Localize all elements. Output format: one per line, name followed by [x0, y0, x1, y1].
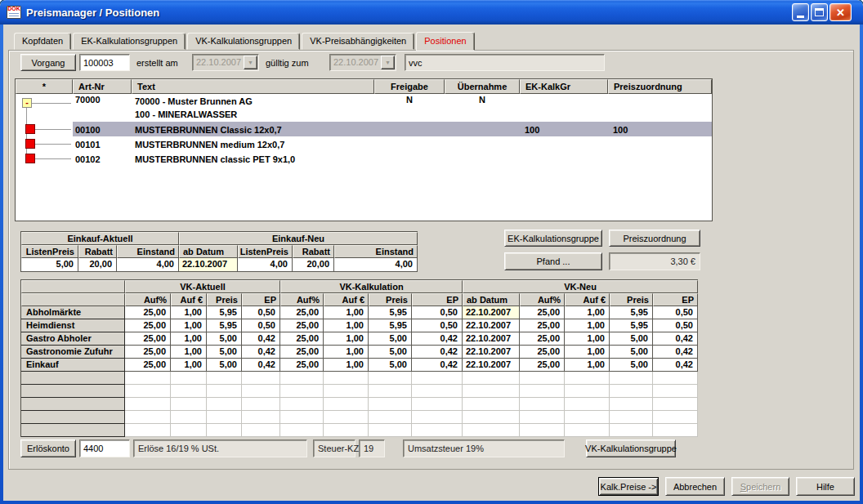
- vk-cell[interactable]: 5,00: [207, 359, 242, 372]
- tab-ek-kalkulationsgruppen[interactable]: EK-Kalkulationsgruppen: [73, 33, 186, 50]
- vk-cell[interactable]: 5,00: [369, 359, 412, 372]
- positions-column-header[interactable]: Preiszuordnung: [608, 79, 712, 94]
- tree-expander-icon[interactable]: -: [22, 98, 32, 108]
- vk-cell[interactable]: [171, 385, 207, 398]
- vk-cell[interactable]: [171, 398, 207, 411]
- vk-cell[interactable]: [610, 411, 653, 424]
- vk-cell[interactable]: [653, 398, 698, 411]
- vk-cell[interactable]: [125, 424, 171, 437]
- vk-ab-datum-cell[interactable]: 22.10.2007: [463, 306, 520, 319]
- vk-cell[interactable]: [324, 372, 369, 385]
- vk-cell[interactable]: 1,00: [565, 359, 610, 372]
- einkauf-value-cell[interactable]: 4,00: [334, 258, 418, 272]
- preiszuordnung-button[interactable]: Preiszuordnung: [609, 230, 700, 247]
- vk-cell[interactable]: [520, 385, 565, 398]
- einkauf-ab-datum-cell[interactable]: 22.10.2007: [179, 258, 238, 272]
- erstellt-am-date-select[interactable]: 22.10.2007 ▼: [192, 54, 259, 71]
- chevron-down-icon[interactable]: ▼: [244, 56, 257, 69]
- vk-cell[interactable]: 0,42: [242, 332, 280, 346]
- vk-cell[interactable]: 1,00: [324, 306, 369, 319]
- vk-cell[interactable]: 5,95: [610, 319, 653, 332]
- vk-cell[interactable]: [653, 411, 698, 424]
- vk-cell[interactable]: [242, 398, 280, 411]
- vk-cell[interactable]: [280, 385, 324, 398]
- vk-cell[interactable]: [207, 424, 242, 437]
- vk-cell[interactable]: [242, 424, 280, 437]
- vk-kalkulationsgruppe-button[interactable]: VK-Kalkulationsgruppe: [586, 439, 676, 457]
- vk-cell[interactable]: 0,50: [653, 319, 698, 332]
- vk-cell[interactable]: [463, 424, 520, 437]
- vk-cell[interactable]: 25,00: [520, 319, 565, 332]
- vk-cell[interactable]: 1,00: [171, 332, 207, 346]
- vk-cell[interactable]: [412, 424, 463, 437]
- user-field[interactable]: [405, 54, 605, 71]
- vk-cell[interactable]: 0,50: [412, 306, 463, 319]
- vk-cell[interactable]: 5,00: [369, 332, 412, 346]
- vk-cell[interactable]: 5,95: [369, 306, 412, 319]
- kalk-preise-button[interactable]: Kalk.Preise ->: [598, 477, 659, 496]
- titlebar[interactable]: DOK Preismanager / Positionen ✕: [0, 0, 863, 25]
- vk-cell[interactable]: [324, 385, 369, 398]
- vk-cell[interactable]: 5,00: [207, 346, 242, 359]
- vk-cell[interactable]: 0,50: [242, 319, 280, 332]
- vk-cell[interactable]: 0,42: [412, 346, 463, 359]
- vk-cell[interactable]: [242, 372, 280, 385]
- vk-cell[interactable]: [653, 385, 698, 398]
- vk-cell[interactable]: 5,00: [610, 332, 653, 346]
- vk-cell[interactable]: [242, 385, 280, 398]
- vk-cell[interactable]: 0,42: [653, 332, 698, 346]
- vk-cell[interactable]: 5,00: [369, 346, 412, 359]
- einkauf-value-cell[interactable]: 20,00: [293, 258, 334, 272]
- vk-cell[interactable]: [324, 398, 369, 411]
- tab-positionen[interactable]: Positionen: [416, 32, 474, 51]
- vk-cell[interactable]: [565, 398, 610, 411]
- positions-column-header[interactable]: Text: [132, 79, 374, 94]
- positions-column-header[interactable]: EK-KalkGr: [520, 79, 608, 94]
- vk-cell[interactable]: 25,00: [125, 306, 171, 319]
- vk-cell[interactable]: 0,50: [412, 319, 463, 332]
- positions-column-header[interactable]: Art-Nr: [73, 79, 132, 94]
- einkauf-value-cell[interactable]: 20,00: [78, 258, 117, 272]
- vk-cell[interactable]: [463, 398, 520, 411]
- vk-cell[interactable]: [653, 424, 698, 437]
- vk-cell[interactable]: 5,95: [610, 306, 653, 319]
- vk-cell[interactable]: 1,00: [171, 319, 207, 332]
- vk-cell[interactable]: 0,42: [412, 332, 463, 346]
- hilfe-button[interactable]: Hilfe: [796, 477, 855, 496]
- gueltig-zum-date-select[interactable]: 22.10.2007 ▼: [329, 54, 396, 71]
- vk-cell[interactable]: 1,00: [171, 306, 207, 319]
- vk-cell[interactable]: [242, 411, 280, 424]
- vorgang-button[interactable]: Vorgang: [20, 54, 76, 71]
- maximize-button[interactable]: [811, 3, 828, 21]
- vk-ab-datum-cell[interactable]: 22.10.2007: [463, 359, 520, 372]
- vk-cell[interactable]: 0,42: [412, 359, 463, 372]
- vk-ab-datum-cell[interactable]: 22.10.2007: [463, 332, 520, 346]
- vk-cell[interactable]: [610, 398, 653, 411]
- vk-cell[interactable]: [171, 424, 207, 437]
- vk-cell[interactable]: [324, 424, 369, 437]
- vk-cell[interactable]: [412, 385, 463, 398]
- vk-cell[interactable]: [207, 372, 242, 385]
- vk-cell[interactable]: 25,00: [280, 346, 324, 359]
- table-row[interactable]: 00100MUSTERBRUNNEN Classic 12x0,7100100: [16, 122, 712, 136]
- positions-column-header[interactable]: *: [16, 79, 73, 94]
- vk-cell[interactable]: [412, 411, 463, 424]
- einkauf-value-cell[interactable]: 5,00: [21, 258, 78, 272]
- vk-cell[interactable]: 25,00: [125, 346, 171, 359]
- vk-cell[interactable]: 25,00: [280, 306, 324, 319]
- vk-cell[interactable]: 1,00: [565, 306, 610, 319]
- vk-cell[interactable]: [280, 372, 324, 385]
- vk-cell[interactable]: [565, 385, 610, 398]
- vk-cell[interactable]: [610, 424, 653, 437]
- vk-cell[interactable]: 0,42: [242, 346, 280, 359]
- vk-cell[interactable]: 25,00: [520, 332, 565, 346]
- vk-cell[interactable]: [369, 424, 412, 437]
- abbrechen-button[interactable]: Abbrechen: [665, 477, 725, 496]
- vk-cell[interactable]: 25,00: [280, 359, 324, 372]
- vk-cell[interactable]: [280, 411, 324, 424]
- vk-cell[interactable]: [463, 385, 520, 398]
- vorgang-input[interactable]: [79, 54, 130, 71]
- vk-cell[interactable]: 25,00: [280, 332, 324, 346]
- vk-cell[interactable]: 5,00: [207, 332, 242, 346]
- vk-cell[interactable]: [463, 372, 520, 385]
